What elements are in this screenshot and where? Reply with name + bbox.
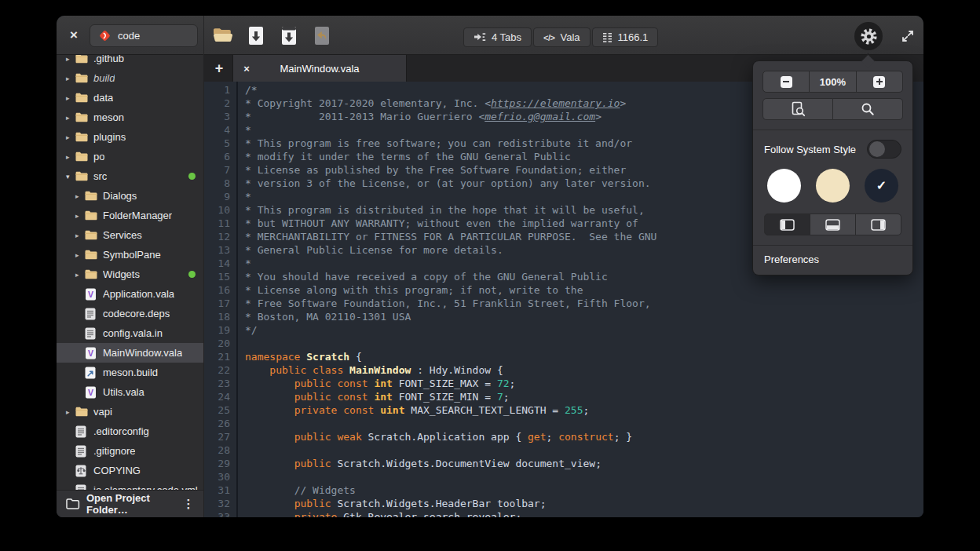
- zoom-out-button[interactable]: [762, 71, 810, 93]
- expander-collapsed-icon[interactable]: ▸: [66, 75, 75, 82]
- tree-item-foldermanager[interactable]: ▸FolderManager: [57, 206, 203, 225]
- layout-panel-bottom-button[interactable]: [810, 213, 856, 235]
- code-line: public Scratch.Widgets.DocumentView docu…: [245, 457, 923, 470]
- expand-icon: [901, 29, 915, 43]
- line-number: 29: [204, 457, 230, 470]
- tree-item-utils-vala[interactable]: VUtils.vala: [57, 382, 203, 402]
- line-number: 2: [204, 97, 230, 110]
- sidebar-footer[interactable]: Open Project Folder… ⋮: [57, 490, 203, 517]
- zoom-in-icon: [873, 76, 885, 88]
- tree-item--editorconfig[interactable]: .editorconfig: [57, 421, 203, 441]
- tree-item-label: FolderManager: [103, 210, 172, 221]
- tree-item-codecore-deps[interactable]: codecore.deps: [57, 304, 203, 323]
- new-tab-button[interactable]: +: [209, 58, 229, 78]
- line-number: 20: [204, 337, 230, 350]
- code-line: */: [245, 323, 923, 337]
- expander-expanded-icon[interactable]: ▾: [66, 173, 75, 181]
- tree-item-meson[interactable]: ▸meson: [57, 108, 203, 127]
- code-line: private const uint MAX_SEARCH_TEXT_LENGT…: [245, 403, 923, 417]
- panel-right-icon: [871, 219, 886, 231]
- tree-item--gitignore[interactable]: .gitignore: [57, 441, 203, 461]
- headerbar: × code: [57, 16, 923, 55]
- layout-sidebar-right-button[interactable]: [856, 213, 901, 235]
- settings-gear-button[interactable]: [854, 22, 883, 50]
- save-as-button[interactable]: [275, 22, 303, 49]
- code-line: private Gtk.Revealer search_revealer;: [245, 510, 923, 517]
- fullscreen-button[interactable]: [898, 27, 917, 45]
- git-status-badge: [188, 173, 196, 180]
- line-number: 13: [204, 243, 230, 257]
- expander-collapsed-icon[interactable]: ▸: [66, 94, 75, 102]
- style-light-button[interactable]: [767, 169, 801, 203]
- tree-item-data[interactable]: ▸data: [57, 88, 203, 108]
- settings-popover: 100% Follow System Style: [752, 60, 913, 276]
- project-chooser-button[interactable]: code: [90, 24, 198, 47]
- tree-item-build[interactable]: ▸build: [57, 68, 203, 88]
- window-close-button[interactable]: ×: [63, 24, 85, 46]
- tabs-count-button[interactable]: 4 Tabs: [463, 27, 532, 47]
- zoom-in-button[interactable]: [857, 71, 903, 93]
- tree-item-copying[interactable]: COPYING: [57, 461, 203, 480]
- tree-item-dialogs[interactable]: ▸Dialogs: [57, 186, 203, 206]
- tree-item-label: codecore.deps: [103, 308, 170, 319]
- tree-item-src[interactable]: ▾src: [57, 166, 203, 186]
- code-line: public const int FONT_SIZE_MAX = 72;: [245, 377, 923, 390]
- line-number: 28: [204, 443, 230, 457]
- tab-close-icon[interactable]: ×: [236, 63, 257, 75]
- expander-collapsed-icon[interactable]: ▸: [75, 212, 85, 220]
- svg-text:V: V: [88, 289, 93, 298]
- preferences-item[interactable]: Preferences: [753, 246, 912, 275]
- open-folder-button[interactable]: [209, 22, 237, 49]
- tree-item-symbolpane[interactable]: ▸SymbolPane: [57, 245, 203, 265]
- line-number: 24: [204, 390, 230, 403]
- code-line: [245, 470, 923, 483]
- style-sepia-button[interactable]: [816, 169, 850, 203]
- follow-system-style-toggle[interactable]: [867, 140, 901, 159]
- tab-mainwindow-vala[interactable]: × MainWindow.vala: [232, 55, 407, 82]
- folder-icon: [75, 131, 88, 144]
- tab-title: MainWindow.vala: [257, 63, 406, 75]
- revert-button[interactable]: [308, 22, 336, 49]
- expander-collapsed-icon[interactable]: ▸: [75, 192, 85, 200]
- tree-item-config-vala-in[interactable]: config.vala.in: [57, 323, 203, 343]
- tree-item-meson-build[interactable]: meson.build: [57, 363, 203, 382]
- layout-controls: [764, 213, 901, 235]
- tree-item-io-elementary-code-yml[interactable]: io.elementary.code.yml: [57, 480, 203, 490]
- tree-item-po[interactable]: ▸po: [57, 147, 203, 166]
- expander-collapsed-icon[interactable]: ▸: [66, 408, 75, 416]
- expander-collapsed-icon[interactable]: ▸: [75, 251, 85, 259]
- layout-sidebar-left-button[interactable]: [764, 213, 810, 235]
- expander-collapsed-icon[interactable]: ▸: [66, 114, 75, 122]
- line-number: 21: [204, 350, 230, 363]
- tree-item-vapi[interactable]: ▸vapi: [57, 402, 203, 421]
- search-icon: [861, 102, 875, 116]
- expander-collapsed-icon[interactable]: ▸: [75, 232, 85, 239]
- style-dark-button[interactable]: ✓: [865, 169, 898, 203]
- folder-icon: [85, 268, 97, 281]
- expander-collapsed-icon[interactable]: ▸: [66, 55, 75, 63]
- goto-line-button[interactable]: 1166.1: [592, 27, 659, 47]
- find-controls: [762, 98, 903, 120]
- expander-collapsed-icon[interactable]: ▸: [66, 133, 75, 141]
- tree-item-widgets[interactable]: ▸Widgets: [57, 265, 203, 284]
- tree-item-mainwindow-vala[interactable]: VMainWindow.vala: [57, 343, 203, 363]
- tree-item-application-vala[interactable]: VApplication.vala: [57, 284, 203, 304]
- line-number: 15: [204, 270, 230, 283]
- line-number: 32: [204, 497, 230, 510]
- tree-item-services[interactable]: ▸Services: [57, 225, 203, 245]
- sidebar-menu-button[interactable]: ⋮: [180, 497, 197, 511]
- tree-item-plugins[interactable]: ▸plugins: [57, 127, 203, 147]
- tree-item--github[interactable]: ▸.github: [57, 55, 203, 68]
- search-button[interactable]: [833, 98, 903, 120]
- language-button[interactable]: </> Vala: [533, 27, 590, 47]
- line-number: 23: [204, 377, 230, 390]
- save-button[interactable]: [242, 22, 270, 49]
- screenshot-stage: × code: [0, 0, 980, 551]
- tree-item-label: .gitignore: [93, 445, 135, 457]
- expander-collapsed-icon[interactable]: ▸: [75, 271, 85, 279]
- code-editor-window: × code: [57, 16, 923, 517]
- sidebar-header: × code: [57, 16, 204, 55]
- find-in-project-button[interactable]: [762, 98, 833, 120]
- expander-collapsed-icon[interactable]: ▸: [66, 153, 75, 161]
- line-number: 22: [204, 363, 230, 377]
